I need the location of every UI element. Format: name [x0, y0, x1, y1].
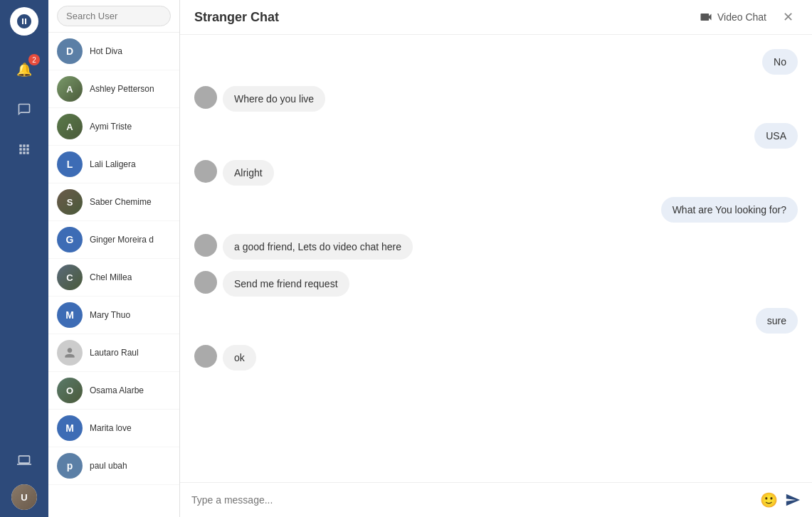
- user-avatar: M: [57, 415, 83, 441]
- list-item[interactable]: LLali Laligera: [48, 146, 179, 183]
- video-chat-button[interactable]: Video Chat: [699, 10, 766, 24]
- user-name: Hot Diva: [90, 46, 122, 56]
- chat-input-area: 🙂: [180, 482, 812, 517]
- chat-title: Stranger Chat: [194, 10, 699, 25]
- notification-badge: 2: [28, 54, 40, 65]
- notification-icon[interactable]: 🔔 2: [11, 57, 37, 82]
- message-row: What are You looking for?: [194, 197, 798, 223]
- app-logo[interactable]: [10, 7, 38, 36]
- user-name: Ashley Petterson: [90, 84, 154, 94]
- user-name: Marita love: [90, 423, 132, 433]
- user-list-panel: DHot DivaAAshley PettersonAAymi TristeLL…: [48, 0, 180, 517]
- message-row: Alright: [194, 160, 798, 186]
- user-name: Mary Thuo: [90, 310, 130, 320]
- message-bubble: sure: [756, 308, 798, 334]
- message-bubble: USA: [754, 123, 798, 149]
- user-avatar: A: [57, 114, 83, 139]
- user-name: Aymi Triste: [90, 122, 132, 132]
- message-row: Send me friend request: [194, 271, 798, 297]
- user-list: DHot DivaAAshley PettersonAAymi TristeLL…: [48, 33, 179, 517]
- list-item[interactable]: MMarita love: [48, 410, 179, 447]
- list-item[interactable]: CChel Millea: [48, 259, 179, 297]
- chat-header: Stranger Chat Video Chat ✕: [180, 0, 812, 35]
- user-avatar: p: [57, 453, 83, 479]
- list-item[interactable]: DHot Diva: [48, 33, 179, 70]
- list-item[interactable]: MMary Thuo: [48, 297, 179, 334]
- send-button[interactable]: [785, 492, 801, 508]
- user-avatar: A: [57, 76, 83, 102]
- message-bubble: No: [762, 49, 798, 75]
- message-bubble: a good friend, Lets do video chat here: [223, 234, 413, 260]
- list-item[interactable]: AAshley Petterson: [48, 70, 179, 108]
- message-bubble: What are You looking for?: [661, 197, 798, 223]
- message-bubble: Where do you live: [223, 86, 325, 112]
- message-row: sure: [194, 308, 798, 334]
- nav-bottom: U: [11, 447, 37, 510]
- user-name: paul ubah: [90, 461, 127, 471]
- list-item[interactable]: AAymi Triste: [48, 108, 179, 146]
- message-bubble: ok: [223, 345, 256, 371]
- message-row: a good friend, Lets do video chat here: [194, 234, 798, 260]
- user-avatar[interactable]: U: [11, 484, 37, 510]
- message-bubble: Alright: [223, 160, 274, 186]
- message-avatar: [194, 234, 217, 257]
- message-input[interactable]: [191, 494, 753, 506]
- video-chat-label: Video Chat: [717, 11, 766, 23]
- apps-icon[interactable]: [11, 137, 37, 162]
- message-row: ok: [194, 345, 798, 371]
- user-name: Chel Millea: [90, 272, 132, 282]
- user-avatar: [57, 340, 83, 366]
- user-avatar: M: [57, 302, 83, 328]
- message-bubble: Send me friend request: [223, 271, 349, 297]
- list-item[interactable]: ppaul ubah: [48, 447, 179, 485]
- message-avatar: [194, 271, 217, 294]
- user-avatar: S: [57, 189, 83, 215]
- user-name: Lali Laligera: [90, 159, 136, 169]
- list-item[interactable]: OOsama Alarbe: [48, 372, 179, 410]
- user-avatar: C: [57, 265, 83, 290]
- list-item[interactable]: Lautaro Raul: [48, 334, 179, 372]
- list-item[interactable]: SSaber Chemime: [48, 183, 179, 221]
- chat-area: Stranger Chat Video Chat ✕ NoWhere do yo…: [180, 0, 812, 517]
- screen-share-icon[interactable]: [11, 447, 37, 473]
- message-row: USA: [194, 123, 798, 149]
- user-avatar: L: [57, 151, 83, 177]
- user-avatar: G: [57, 227, 83, 252]
- user-avatar: O: [57, 378, 83, 403]
- emoji-button[interactable]: 🙂: [760, 491, 778, 508]
- sidebar-nav: 🔔 2 U: [0, 0, 48, 517]
- user-name: Ginger Moreira d: [90, 235, 154, 245]
- messages-area: NoWhere do you liveUSAAlrightWhat are Yo…: [180, 35, 812, 482]
- chat-icon[interactable]: [11, 97, 37, 122]
- message-row: No: [194, 49, 798, 75]
- user-name: Osama Alarbe: [90, 385, 144, 395]
- close-button[interactable]: ✕: [778, 7, 798, 27]
- search-bar: [48, 0, 179, 33]
- message-row: Where do you live: [194, 86, 798, 112]
- message-avatar: [194, 345, 217, 368]
- user-name: Lautaro Raul: [90, 348, 139, 358]
- user-name: Saber Chemime: [90, 197, 152, 207]
- list-item[interactable]: GGinger Moreira d: [48, 221, 179, 259]
- user-avatar: D: [57, 38, 83, 64]
- search-input[interactable]: [57, 6, 171, 26]
- message-avatar: [194, 86, 217, 109]
- message-avatar: [194, 160, 217, 183]
